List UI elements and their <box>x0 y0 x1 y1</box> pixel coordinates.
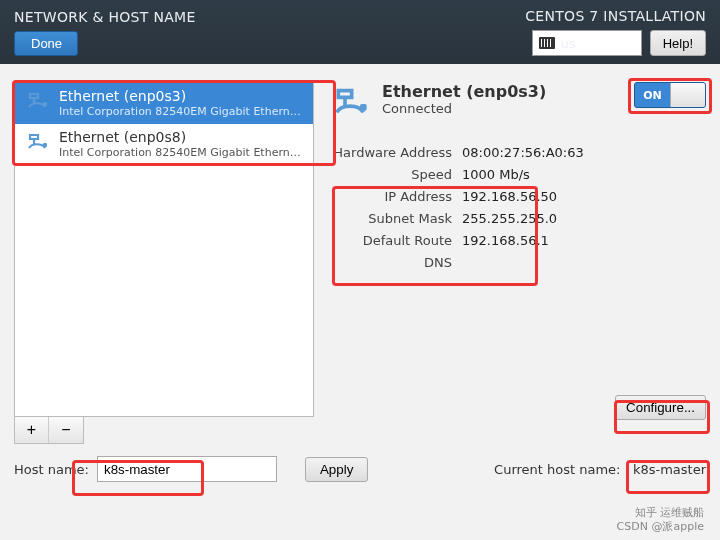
add-interface-button[interactable]: + <box>15 417 49 443</box>
interface-item-enp0s8[interactable]: Ethernet (enp0s8) Intel Corporation 8254… <box>15 124 313 165</box>
header-bar: NETWORK & HOST NAME Done CENTOS 7 INSTAL… <box>0 0 720 64</box>
interface-item-enp0s3[interactable]: Ethernet (enp0s3) Intel Corporation 8254… <box>15 83 313 124</box>
keyboard-icon <box>539 37 555 49</box>
toggle-on-label: ON <box>635 89 670 102</box>
hostname-label: Host name: <box>14 462 89 477</box>
connection-toggle[interactable]: ON <box>634 82 706 108</box>
interface-name: Ethernet (enp0s3) <box>59 88 305 104</box>
ethernet-icon <box>328 82 372 126</box>
detail-panel: Ethernet (enp0s3) Connected ON Hardware … <box>328 82 706 444</box>
label-hwaddr: Hardware Address <box>332 142 452 164</box>
hostname-input[interactable] <box>97 456 277 482</box>
label-ip: IP Address <box>332 186 452 208</box>
label-speed: Speed <box>332 164 452 186</box>
interface-subtitle: Intel Corporation 82540EM Gigabit Ethern… <box>59 105 305 118</box>
done-button[interactable]: Done <box>14 31 78 56</box>
configure-button[interactable]: Configure... <box>615 395 706 420</box>
remove-interface-button[interactable]: − <box>49 417 83 443</box>
watermark: 知乎 运维贼船 CSDN @派apple <box>617 506 704 534</box>
label-route: Default Route <box>332 230 452 252</box>
detail-properties: Hardware Address08:00:27:56:A0:63 Speed1… <box>332 142 706 274</box>
apply-button[interactable]: Apply <box>305 457 368 482</box>
value-hwaddr: 08:00:27:56:A0:63 <box>462 142 584 164</box>
keyboard-layout-label: us <box>561 36 576 51</box>
svg-rect-1 <box>43 143 47 147</box>
interface-list[interactable]: Ethernet (enp0s3) Intel Corporation 8254… <box>14 82 314 417</box>
footer: Host name: Apply Current host name: k8s-… <box>0 444 720 482</box>
current-hostname-label: Current host name: <box>494 462 620 477</box>
header-left: NETWORK & HOST NAME Done <box>14 9 196 56</box>
keyboard-layout-selector[interactable]: us <box>532 30 642 56</box>
interface-subtitle: Intel Corporation 82540EM Gigabit Ethern… <box>59 146 305 159</box>
value-ip: 192.168.56.50 <box>462 186 557 208</box>
interface-name: Ethernet (enp0s8) <box>59 129 305 145</box>
header-right: CENTOS 7 INSTALLATION us Help! <box>525 8 706 56</box>
current-hostname-value: k8s-master <box>633 462 706 477</box>
value-route: 192.168.56.1 <box>462 230 549 252</box>
installer-title: CENTOS 7 INSTALLATION <box>525 8 706 24</box>
interface-list-buttons: + − <box>14 417 84 444</box>
detail-title: Ethernet (enp0s3) <box>382 82 546 101</box>
help-button[interactable]: Help! <box>650 30 706 56</box>
ethernet-icon <box>23 88 51 116</box>
value-speed: 1000 Mb/s <box>462 164 530 186</box>
page-title: NETWORK & HOST NAME <box>14 9 196 25</box>
detail-status: Connected <box>382 101 546 116</box>
ethernet-icon <box>23 129 51 157</box>
svg-rect-2 <box>360 104 367 111</box>
label-mask: Subnet Mask <box>332 208 452 230</box>
toggle-knob <box>670 83 705 107</box>
value-mask: 255.255.255.0 <box>462 208 557 230</box>
interface-panel: Ethernet (enp0s3) Intel Corporation 8254… <box>14 82 314 444</box>
svg-rect-0 <box>43 102 47 106</box>
label-dns: DNS <box>332 252 452 274</box>
